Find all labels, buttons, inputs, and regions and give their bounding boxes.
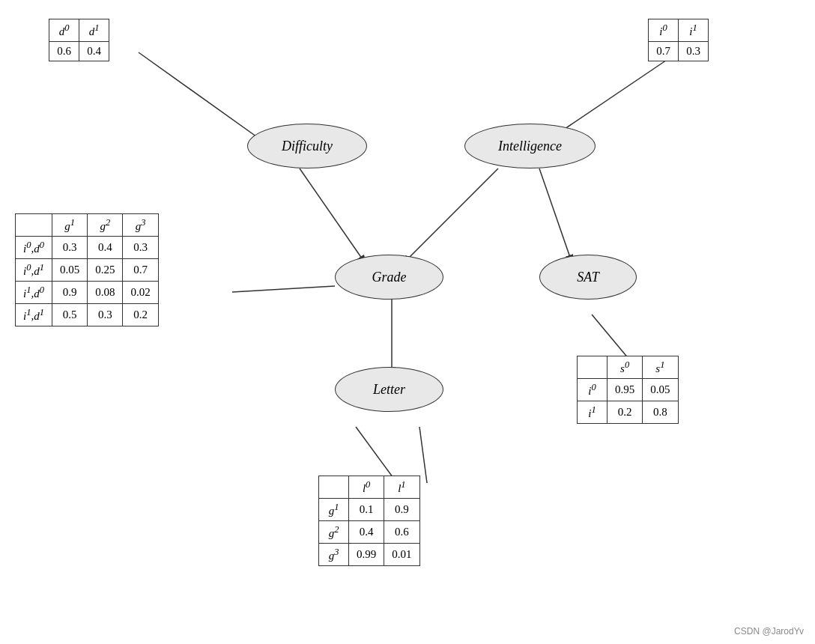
grade-cpt-table: g1 g2 g3 i0,d0 0.3 0.4 0.3 i0,d1 0.05 0.… [15, 213, 159, 326]
i1-header: i1 [679, 19, 709, 42]
d1-header: d1 [79, 19, 109, 42]
svg-line-3 [300, 168, 367, 266]
svg-line-10 [592, 315, 629, 359]
difficulty-prior-table: d0 d1 0.6 0.4 [49, 19, 109, 61]
d0-val: 0.6 [49, 42, 79, 61]
letter-g1-l1: 0.9 [384, 499, 419, 521]
letter-g1-l0: 0.1 [349, 499, 384, 521]
l1-col-header: l1 [384, 476, 419, 499]
sat-i1-s1: 0.8 [643, 401, 678, 424]
difficulty-label: Difficulty [282, 139, 333, 154]
sat-row-i0: i0 [578, 379, 608, 401]
grade-row-i0d1: i0,d1 [16, 259, 52, 282]
letter-node: Letter [335, 367, 443, 412]
letter-g3-l0: 0.99 [349, 544, 384, 566]
letter-g2-l1: 0.6 [384, 521, 419, 544]
letter-g2-l0: 0.4 [349, 521, 384, 544]
s1-col-header: s1 [643, 356, 678, 379]
sat-row-i1: i1 [578, 401, 608, 424]
sat-i0-s0: 0.95 [608, 379, 643, 401]
svg-line-5 [539, 168, 573, 266]
grade-row-i1d1: i1,d1 [16, 304, 52, 326]
intelligence-node: Intelligence [464, 124, 596, 168]
letter-cpt-table: l0 l1 g1 0.1 0.9 g2 0.4 0.6 g3 0.99 0.01 [318, 476, 420, 566]
sat-label: SAT [577, 270, 599, 285]
i1-val: 0.3 [679, 42, 709, 61]
watermark: CSDN @JarodYv [734, 626, 804, 637]
letter-row-g2: g2 [319, 521, 349, 544]
grade-i1d0-g2: 0.08 [88, 282, 123, 304]
svg-line-4 [401, 168, 498, 266]
s0-col-header: s0 [608, 356, 643, 379]
grade-i0d1-g2: 0.25 [88, 259, 123, 282]
g2-col-header: g2 [88, 214, 123, 237]
grade-i1d1-g1: 0.5 [52, 304, 87, 326]
intelligence-prior-table: i0 i1 0.7 0.3 [648, 19, 709, 61]
sat-node: SAT [539, 255, 637, 300]
grade-node: Grade [335, 255, 443, 300]
sat-i1-s0: 0.2 [608, 401, 643, 424]
g1-col-header: g1 [52, 214, 87, 237]
grade-row-i1d0: i1,d0 [16, 282, 52, 304]
g3-col-header: g3 [123, 214, 158, 237]
grade-i0d0-g2: 0.4 [88, 237, 123, 259]
d0-header: d0 [49, 19, 79, 42]
d1-val: 0.4 [79, 42, 109, 61]
grade-label: Grade [372, 270, 407, 285]
svg-line-9 [419, 427, 427, 483]
sat-cpt-table: s0 s1 i0 0.95 0.05 i1 0.2 0.8 [577, 356, 679, 424]
sat-i0-s1: 0.05 [643, 379, 678, 401]
i0-header: i0 [649, 19, 679, 42]
grade-row-i0d0: i0,d0 [16, 237, 52, 259]
grade-i0d0-g1: 0.3 [52, 237, 87, 259]
intelligence-label: Intelligence [498, 139, 562, 154]
grade-i1d1-g2: 0.3 [88, 304, 123, 326]
letter-g3-l1: 0.01 [384, 544, 419, 566]
grade-i0d0-g3: 0.3 [123, 237, 158, 259]
letter-row-g1: g1 [319, 499, 349, 521]
grade-i0d1-g1: 0.05 [52, 259, 87, 282]
letter-row-g3: g3 [319, 544, 349, 566]
svg-line-7 [232, 286, 335, 292]
svg-line-0 [139, 52, 270, 146]
diagram-container: Difficulty Intelligence Grade SAT Letter… [0, 0, 815, 644]
svg-line-8 [356, 427, 397, 483]
grade-i1d0-g1: 0.9 [52, 282, 87, 304]
difficulty-node: Difficulty [247, 124, 367, 168]
grade-i1d1-g3: 0.2 [123, 304, 158, 326]
grade-i0d1-g3: 0.7 [123, 259, 158, 282]
l0-col-header: l0 [349, 476, 384, 499]
letter-label: Letter [373, 382, 405, 398]
grade-i1d0-g3: 0.02 [123, 282, 158, 304]
i0-val: 0.7 [649, 42, 679, 61]
